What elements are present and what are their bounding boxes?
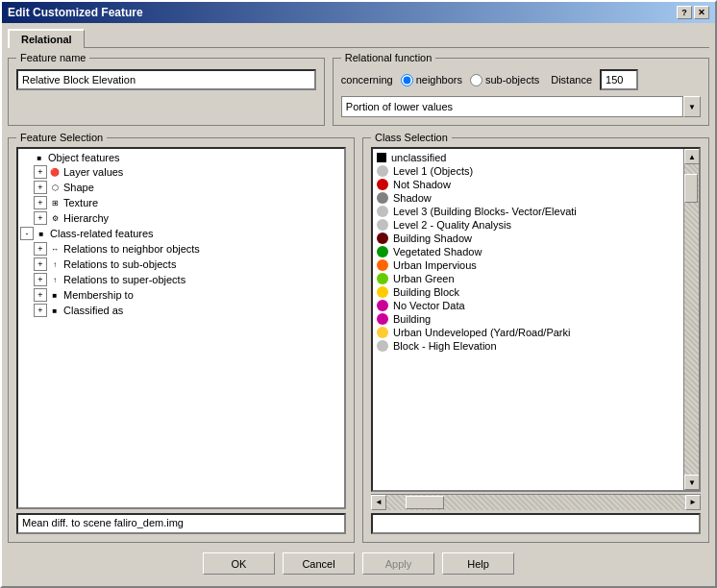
- tree-label: Relations to sub-objects: [63, 258, 176, 270]
- expand-class-related[interactable]: -: [20, 227, 34, 240]
- class-dot-building-shadow: [377, 233, 388, 244]
- class-item-level1[interactable]: Level 1 (Objects): [375, 164, 681, 178]
- dropdown-row: Portion of lower values ▼: [341, 96, 701, 117]
- class-label: Shadow: [393, 192, 432, 204]
- class-label: Block - High Elevation: [393, 340, 497, 352]
- class-item-urban-impervious[interactable]: Urban Impervious: [375, 258, 681, 272]
- class-item-not-shadow[interactable]: Not Shadow: [375, 178, 681, 191]
- feature-name-input[interactable]: [16, 69, 316, 90]
- tree-item-class-related[interactable]: - ■ Class-related features: [20, 226, 342, 241]
- relational-function-group: Relational function concerning neighbors…: [333, 52, 709, 126]
- radio-subobjects[interactable]: sub-objects: [470, 74, 539, 86]
- class-list[interactable]: unclassified Level 1 (Objects) Not Shado…: [373, 149, 683, 490]
- tab-relational[interactable]: Relational: [8, 29, 85, 48]
- ok-button[interactable]: OK: [203, 552, 275, 575]
- help-button[interactable]: Help: [442, 552, 514, 575]
- horiz-thumb[interactable]: [406, 496, 444, 509]
- title-bar: Edit Customized Feature ? ✕: [2, 2, 715, 23]
- apply-button[interactable]: Apply: [362, 552, 434, 575]
- tree-item-superobjects[interactable]: + ↑ Relations to super-objects: [20, 272, 342, 287]
- class-label: Urban Green: [393, 273, 455, 284]
- class-item-building-block[interactable]: Building Block: [375, 285, 681, 299]
- main-area: Feature name Relational function concern…: [8, 52, 709, 543]
- tree-item-shape[interactable]: + ⬡ Shape: [20, 180, 342, 195]
- tree-item-neighbor[interactable]: + ↔ Relations to neighbor objects: [20, 241, 342, 257]
- class-label: Level 2 - Quality Analysis: [393, 219, 511, 231]
- tree-item-layer-values[interactable]: + 🔴 Layer values: [20, 164, 342, 180]
- class-item-building[interactable]: Building: [375, 312, 681, 326]
- cancel-button[interactable]: Cancel: [283, 552, 355, 575]
- expand-texture[interactable]: +: [34, 196, 47, 209]
- bottom-row: Feature Selection ■ Object features + 🔴: [8, 132, 709, 543]
- tree-item-subobjects[interactable]: + ↑ Relations to sub-objects: [20, 257, 342, 272]
- class-dot-building: [377, 313, 388, 325]
- tree-label: Membership to: [63, 289, 134, 301]
- tree-label: Class-related features: [50, 228, 154, 239]
- expand-superobjects[interactable]: +: [34, 273, 47, 286]
- feature-selection-legend: Feature Selection: [16, 132, 107, 143]
- class-label: Not Shadow: [393, 179, 451, 190]
- class-item-level2[interactable]: Level 2 - Quality Analysis: [375, 218, 681, 232]
- distance-input[interactable]: [600, 69, 638, 90]
- status-bar-field: Mean diff. to scene faliro_dem.img: [16, 513, 346, 534]
- main-window: Edit Customized Feature ? ✕ Relational F…: [0, 0, 717, 588]
- button-row: OK Cancel Apply Help: [8, 547, 709, 580]
- expand-layer-values[interactable]: +: [34, 165, 47, 179]
- class-label: No Vector Data: [393, 300, 465, 311]
- class-item-block-high[interactable]: Block - High Elevation: [375, 339, 681, 353]
- tree-item-hierarchy[interactable]: + ⚙ Hierarchy: [20, 210, 342, 226]
- scroll-up-btn[interactable]: ▲: [684, 149, 700, 164]
- radio-neighbors[interactable]: neighbors: [401, 74, 462, 86]
- tree-icon-subobjects: ↑: [49, 258, 61, 270]
- feature-selection-group: Feature Selection ■ Object features + 🔴: [8, 132, 355, 543]
- class-label: Level 3 (Building Blocks- Vector/Elevati: [393, 206, 577, 217]
- scroll-thumb[interactable]: [684, 174, 698, 203]
- class-item-building-shadow[interactable]: Building Shadow: [375, 232, 681, 245]
- tree-view[interactable]: ■ Object features + 🔴 Layer values +: [16, 147, 346, 509]
- class-item-unclassified[interactable]: unclassified: [375, 151, 681, 164]
- class-item-vegetated-shadow[interactable]: Vegetated Shadow: [375, 245, 681, 258]
- expand-classified[interactable]: +: [34, 304, 47, 317]
- tree-item-classified[interactable]: + ■ Classified as: [20, 303, 342, 318]
- expand-hierarchy[interactable]: +: [34, 211, 47, 225]
- class-label: Building Shadow: [393, 233, 472, 244]
- relational-dropdown[interactable]: Portion of lower values: [341, 96, 683, 117]
- tree-item-object-features[interactable]: ■ Object features: [20, 151, 342, 164]
- class-label: Building: [393, 313, 431, 325]
- class-item-shadow[interactable]: Shadow: [375, 191, 681, 205]
- tree-icon-class-related: ■: [36, 228, 47, 239]
- dropdown-arrow-icon[interactable]: ▼: [683, 96, 701, 117]
- radio-neighbors-input[interactable]: [401, 74, 413, 86]
- class-label: unclassified: [391, 152, 446, 163]
- help-title-btn[interactable]: ?: [677, 6, 692, 19]
- class-selection-group: Class Selection unclassified Level 1 (Ob…: [362, 132, 709, 543]
- tree-icon-shape: ⬡: [49, 182, 61, 193]
- expand-subobjects[interactable]: +: [34, 257, 47, 271]
- scroll-track: [684, 164, 699, 475]
- class-item-no-vector[interactable]: No Vector Data: [375, 299, 681, 312]
- expand-shape[interactable]: +: [34, 181, 47, 194]
- class-item-urban-undeveloped[interactable]: Urban Undeveloped (Yard/Road/Parki: [375, 326, 681, 339]
- feature-name-group: Feature name: [8, 52, 325, 126]
- close-title-btn[interactable]: ✕: [694, 6, 709, 19]
- class-list-wrapper: unclassified Level 1 (Objects) Not Shado…: [371, 147, 701, 492]
- class-selection-legend: Class Selection: [371, 132, 452, 143]
- relational-row: concerning neighbors sub-objects Distanc…: [341, 69, 701, 90]
- expand-neighbor[interactable]: +: [34, 242, 47, 256]
- class-item-level3[interactable]: Level 3 (Building Blocks- Vector/Elevati: [375, 205, 681, 218]
- tree-label: Hierarchy: [63, 212, 109, 224]
- radio-subobjects-input[interactable]: [470, 74, 482, 86]
- horiz-scroll-right-btn[interactable]: ►: [685, 495, 701, 510]
- class-item-urban-green[interactable]: Urban Green: [375, 272, 681, 285]
- class-dot-block-high: [377, 340, 388, 352]
- tree-item-membership[interactable]: + ■ Membership to: [20, 287, 342, 303]
- horiz-scroll-left-btn[interactable]: ◄: [371, 495, 386, 510]
- class-filter-input[interactable]: [371, 513, 701, 534]
- expand-membership[interactable]: +: [34, 288, 47, 302]
- tree-icon-neighbor: ↔: [49, 243, 61, 255]
- scroll-down-btn[interactable]: ▼: [684, 475, 700, 490]
- title-bar-buttons: ? ✕: [677, 6, 709, 19]
- tree-item-texture[interactable]: + ⊞ Texture: [20, 195, 342, 210]
- tree-label: Shape: [63, 182, 94, 193]
- class-dot-level1: [377, 165, 388, 177]
